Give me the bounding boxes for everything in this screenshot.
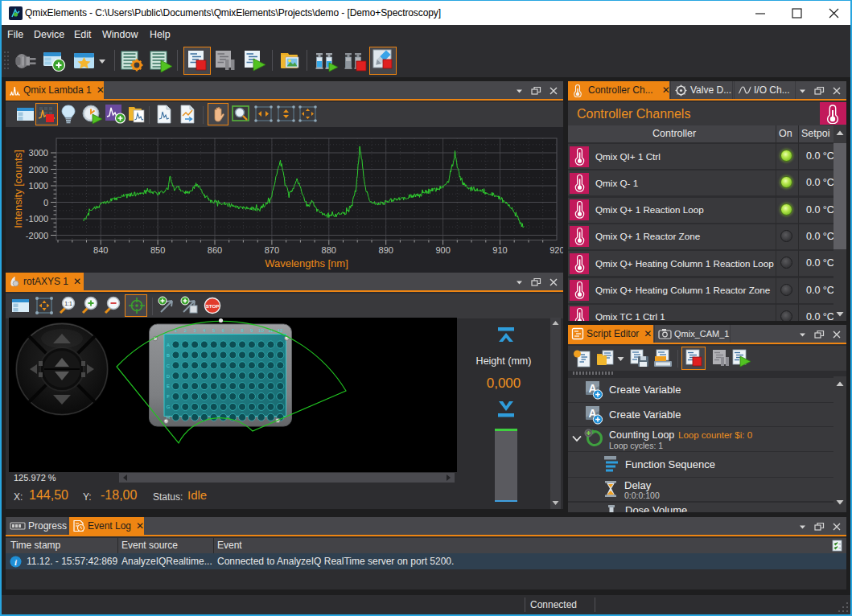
svg-text:3000: 3000 — [29, 148, 48, 158]
svg-text:A: A — [167, 343, 170, 347]
svg-text:890: 890 — [379, 245, 393, 255]
svg-text:850: 850 — [150, 245, 165, 255]
svg-text:10: 10 — [258, 328, 264, 333]
svg-text:860: 860 — [208, 245, 222, 255]
svg-text:D: D — [167, 374, 171, 379]
svg-text:E: E — [167, 384, 170, 388]
svg-text:C: C — [167, 363, 171, 368]
svg-text:1000: 1000 — [29, 181, 48, 191]
svg-text:900: 900 — [435, 245, 450, 255]
svg-text:2000: 2000 — [29, 165, 48, 175]
svg-text:910: 910 — [492, 245, 507, 255]
svg-text:Intensity [counts]: Intensity [counts] — [12, 150, 24, 228]
svg-text:840: 840 — [93, 245, 108, 255]
svg-text:1:1: 1:1 — [64, 301, 72, 306]
svg-text:920: 920 — [549, 245, 563, 255]
svg-text:-2000: -2000 — [26, 231, 48, 240]
svg-text:870: 870 — [265, 245, 279, 255]
svg-text:Wavelengths [nm]: Wavelengths [nm] — [265, 257, 348, 269]
svg-text:STOP: STOP — [206, 303, 220, 309]
svg-text:0: 0 — [43, 198, 48, 207]
svg-text:F: F — [167, 394, 170, 399]
svg-text:B: B — [167, 353, 170, 358]
svg-text:-1000: -1000 — [26, 214, 48, 224]
svg-text:880: 880 — [322, 245, 336, 255]
svg-text:G: G — [167, 405, 171, 409]
